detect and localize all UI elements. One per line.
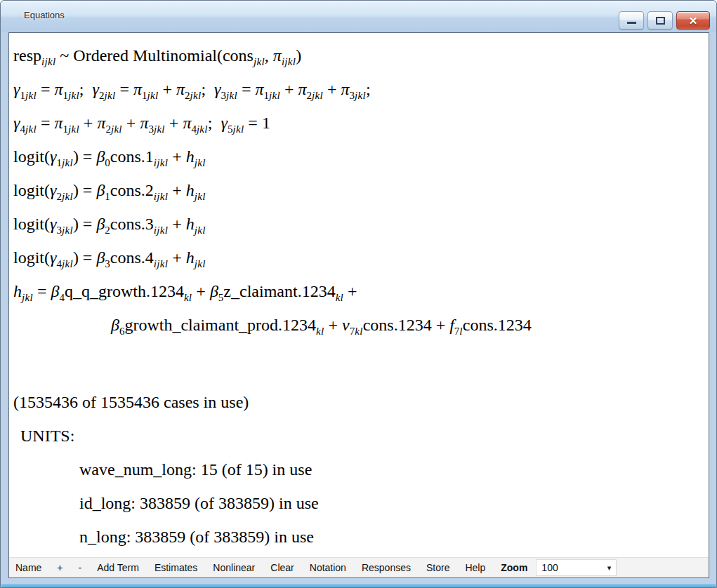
cases-in-use-note: (1535436 of 1535436 cases in use)	[13, 385, 706, 419]
minimize-icon	[627, 22, 636, 24]
equation-line-logit3[interactable]: logit(γ3jkl) = β2cons.3ijkl + hjkl	[13, 207, 706, 241]
help-button[interactable]: Help	[465, 562, 485, 573]
units-heading: UNITS:	[13, 419, 706, 453]
unit-line-id-long: id_long: 383859 (of 383859) in use	[13, 486, 706, 520]
equation-line-h-continued[interactable]: β6growth_claimant_prod.1234kl + v7klcons…	[13, 308, 706, 342]
equation-line-response[interactable]: respijkl ~ Ordered Multinomial(consjkl, …	[13, 39, 706, 72]
unit-line-wave-num-long: wave_num_long: 15 (of 15) in use	[13, 453, 706, 486]
plus-button[interactable]: +	[57, 562, 63, 573]
equations-window: Equations ✕ respijkl ~ Ordered Multinomi…	[0, 0, 717, 588]
unit-line-n-long: n_long: 383859 (of 383859) in use	[13, 520, 706, 554]
zoom-level-select[interactable]: 100 ▾	[536, 559, 617, 576]
equations-display: respijkl ~ Ordered Multinomial(consjkl, …	[9, 33, 709, 557]
caption-buttons: ✕	[619, 11, 710, 29]
nonlinear-button[interactable]: Nonlinear	[213, 562, 255, 573]
equation-line-h[interactable]: hjkl = β4q_q_growth.1234kl + β5z_claiman…	[13, 274, 706, 308]
minus-button[interactable]: -	[79, 562, 82, 573]
close-button[interactable]: ✕	[676, 11, 710, 29]
equation-line-gamma-45[interactable]: γ4jkl = π1jkl + π2jkl + π3jkl + π4jkl; γ…	[13, 106, 706, 140]
chevron-down-icon: ▾	[607, 564, 612, 572]
clear-button[interactable]: Clear	[270, 562, 294, 573]
equation-line-logit1[interactable]: logit(γ1jkl) = β0cons.1ijkl + hjkl	[13, 140, 706, 173]
store-button[interactable]: Store	[426, 562, 449, 573]
equation-line-logit2[interactable]: logit(γ2jkl) = β1cons.2ijkl + hjkl	[13, 173, 706, 207]
responses-button[interactable]: Responses	[362, 562, 411, 573]
minimize-button[interactable]	[619, 11, 644, 29]
titlebar[interactable]: Equations ✕	[1, 1, 716, 32]
maximize-icon	[656, 17, 665, 25]
equations-canvas: respijkl ~ Ordered Multinomial(consjkl, …	[8, 32, 709, 578]
add-term-button[interactable]: Add Term	[97, 562, 139, 573]
window-bottom-edge	[1, 584, 716, 587]
zoom-value: 100	[541, 562, 558, 573]
notation-button[interactable]: Notation	[310, 562, 346, 573]
close-icon: ✕	[689, 15, 698, 26]
equations-toolbar: Name + - Add Term Estimates Nonlinear Cl…	[9, 557, 709, 577]
window-title: Equations	[24, 10, 65, 20]
maximize-button[interactable]	[647, 11, 673, 29]
estimates-button[interactable]: Estimates	[154, 562, 197, 573]
equation-line-gamma-123[interactable]: γ1jkl = π1jkl; γ2jkl = π1jkl + π2jkl; γ3…	[13, 72, 706, 106]
name-button[interactable]: Name	[15, 562, 41, 573]
zoom-label: Zoom	[501, 562, 527, 573]
equation-line-logit4[interactable]: logit(γ4jkl) = β3cons.4ijkl + hjkl	[13, 241, 706, 274]
